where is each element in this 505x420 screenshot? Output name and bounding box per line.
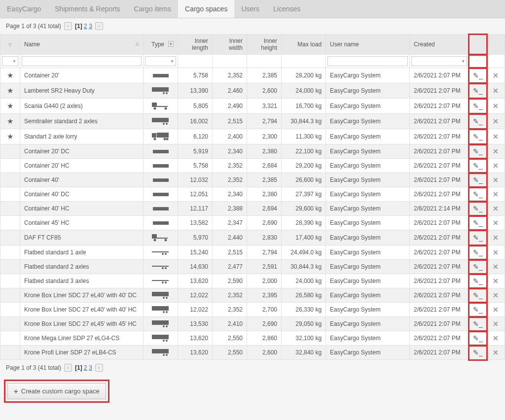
delete-icon[interactable]: ✕ <box>493 102 499 110</box>
table-row: DAF FT CF855,9702,4402,83017,400 kgEasyC… <box>0 230 505 245</box>
svg-point-42 <box>163 325 165 327</box>
table-row: Container 45' HC13,5822,3472,69028,390 k… <box>0 216 505 230</box>
edit-icon[interactable]: ✎_ <box>473 87 483 95</box>
delete-icon[interactable]: ✕ <box>493 320 499 328</box>
svg-point-45 <box>163 340 165 342</box>
edit-icon[interactable]: ✎_ <box>473 162 483 170</box>
edit-icon[interactable]: ✎_ <box>473 190 483 198</box>
tab-licenses[interactable]: Licenses <box>266 0 307 18</box>
svg-point-13 <box>153 138 156 140</box>
next-page-button[interactable]: › <box>95 364 103 372</box>
edit-icon[interactable]: ✎_ <box>473 219 483 227</box>
filter-user-input[interactable] <box>327 56 408 66</box>
page-2[interactable]: 2 <box>84 23 87 30</box>
cell-inner-height: 2,794 <box>247 245 282 260</box>
next-page-button[interactable]: › <box>95 22 103 30</box>
edit-icon[interactable]: ✎_ <box>473 306 483 314</box>
delete-icon[interactable]: ✕ <box>493 349 499 356</box>
filter-created-select[interactable]: ▼ <box>411 56 467 66</box>
edit-icon[interactable]: ✎_ <box>473 248 483 256</box>
delete-icon[interactable]: ✕ <box>493 277 499 285</box>
delete-icon[interactable]: ✕ <box>493 291 499 299</box>
delete-icon[interactable]: ✕ <box>493 162 499 170</box>
header-inner-height[interactable]: Inner height <box>247 35 282 55</box>
edit-icon[interactable]: ✎_ <box>473 117 483 125</box>
delete-icon[interactable]: ✕ <box>493 176 499 184</box>
header-favorite[interactable]: ▽ <box>0 35 20 55</box>
edit-icon[interactable]: ✎_ <box>473 263 483 271</box>
cell-name: Scania G440 (2 axles) <box>20 99 144 114</box>
filter-name-input[interactable] <box>22 56 142 66</box>
header-inner-width[interactable]: Inner width <box>213 35 247 55</box>
header-max-load[interactable]: Max load <box>282 35 326 55</box>
edit-icon[interactable]: ✎_ <box>473 334 483 342</box>
delete-icon[interactable]: ✕ <box>493 306 499 314</box>
header-user-name[interactable]: User name <box>326 35 410 55</box>
prev-page-button[interactable]: ‹ <box>64 22 72 30</box>
delete-icon[interactable]: ✕ <box>493 117 499 125</box>
table-row: Krone Mega Liner SDP 27 eLG4-CS13,6202,5… <box>0 331 505 346</box>
delete-icon[interactable]: ✕ <box>493 147 499 155</box>
table-row: Krone Box Liner SDC 27 eL40' with 40' HC… <box>0 303 505 317</box>
header-type[interactable]: Type ▾ <box>144 35 178 55</box>
svg-rect-20 <box>153 207 169 210</box>
star-icon[interactable]: ★ <box>7 71 13 79</box>
filter-favorite-select[interactable]: ▼ <box>2 56 18 66</box>
svg-rect-17 <box>153 164 169 168</box>
tab-easycargo[interactable]: EasyCargo <box>0 0 48 18</box>
edit-icon[interactable]: ✎_ <box>473 277 483 285</box>
page-3[interactable]: 3 <box>89 364 92 371</box>
header-name[interactable]: Name △ <box>20 35 144 55</box>
prev-page-button[interactable]: ‹ <box>64 364 72 372</box>
cell-name: Flatbed standard 1 axle <box>20 245 144 260</box>
delete-icon[interactable]: ✕ <box>493 248 499 256</box>
cell-inner-height: 2,694 <box>247 202 282 216</box>
cell-type-icon <box>144 331 178 346</box>
star-icon[interactable]: ★ <box>7 117 13 125</box>
edit-icon[interactable]: ✎_ <box>473 205 483 212</box>
cell-inner-height: 2,385 <box>247 68 282 83</box>
page-2[interactable]: 2 <box>84 364 87 371</box>
delete-icon[interactable]: ✕ <box>493 234 499 242</box>
cell-inner-height: 2,380 <box>247 187 282 202</box>
delete-icon[interactable]: ✕ <box>493 263 499 271</box>
edit-icon[interactable]: ✎_ <box>473 349 483 356</box>
pagination-text: Page 1 of 3 (41 total) <box>6 364 61 371</box>
create-custom-cargo-space-button[interactable]: + Create custom cargo space <box>7 383 106 399</box>
edit-icon[interactable]: ✎_ <box>473 133 483 140</box>
tab-users[interactable]: Users <box>234 0 266 18</box>
svg-rect-47 <box>152 349 169 353</box>
star-icon[interactable]: ★ <box>7 86 13 95</box>
delete-icon[interactable]: ✕ <box>493 87 499 95</box>
pagination-top: Page 1 of 3 (41 total) ‹ [1] 2 3 › <box>0 18 505 34</box>
header-inner-length[interactable]: Inner length <box>178 35 213 55</box>
filter-type-select[interactable]: ▼ <box>145 56 176 66</box>
page-3[interactable]: 3 <box>89 23 92 30</box>
star-icon[interactable]: ★ <box>7 102 13 110</box>
delete-icon[interactable]: ✕ <box>493 205 499 212</box>
table-row: Container 40'12,0322,3522,38526,600 kgEa… <box>0 173 505 187</box>
delete-icon[interactable]: ✕ <box>493 71 499 79</box>
star-icon[interactable]: ★ <box>7 132 13 140</box>
delete-icon[interactable]: ✕ <box>493 219 499 227</box>
edit-icon[interactable]: ✎_ <box>473 71 483 79</box>
delete-icon[interactable]: ✕ <box>493 190 499 198</box>
tab-cargo-spaces[interactable]: Cargo spaces <box>178 0 234 18</box>
edit-icon[interactable]: ✎_ <box>473 102 483 110</box>
header-created[interactable]: Created <box>410 35 469 55</box>
cell-user: EasyCargo System <box>326 245 410 260</box>
edit-icon[interactable]: ✎_ <box>473 291 483 299</box>
edit-icon[interactable]: ✎_ <box>473 234 483 242</box>
tab-cargo-items[interactable]: Cargo items <box>127 0 178 18</box>
cell-user: EasyCargo System <box>326 331 410 346</box>
tab-shipments-reports[interactable]: Shipments & Reports <box>48 0 127 18</box>
edit-icon[interactable]: ✎_ <box>473 147 483 155</box>
delete-icon[interactable]: ✕ <box>493 334 499 342</box>
cell-name: Container 40' <box>20 173 144 187</box>
cell-created: 2/6/2021 2:07 PM <box>410 288 469 303</box>
svg-rect-0 <box>153 74 169 77</box>
edit-icon[interactable]: ✎_ <box>473 176 483 184</box>
cell-inner-height: 2,395 <box>247 288 282 303</box>
edit-icon[interactable]: ✎_ <box>473 320 483 328</box>
delete-icon[interactable]: ✕ <box>493 133 499 140</box>
